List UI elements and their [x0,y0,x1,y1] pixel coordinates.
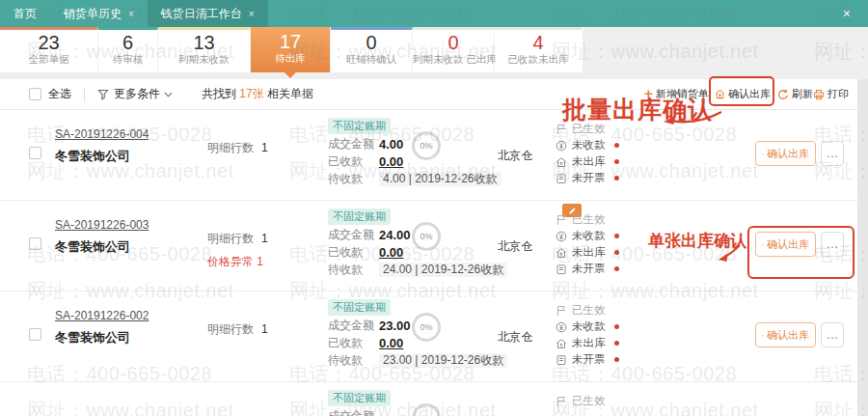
invoice-icon [556,173,567,184]
pending-value: 24.00 | 2019-12-26收款 [379,263,507,277]
amount-value: 4.00 [379,137,403,152]
stat-card-shop-confirm[interactable]: 0 旺铺待确认 [331,27,413,72]
customer-name: 冬雪装饰公司 [55,329,149,347]
detail-block: 明细行数1 价格异常 1 [207,231,268,270]
progress-ring [412,403,441,416]
status-dot [614,159,619,164]
detail-count-label: 明细行数 [207,141,254,154]
stat-card-due-unpaid[interactable]: 13 到期未收款 [158,27,251,72]
stat-card-due-unpaid-shipped[interactable]: 0 到期未收款 已出库 [413,27,495,72]
printer-icon [813,89,825,100]
stat-label: 到期未收款 已出库 [413,53,494,67]
stat-value: 0 [413,32,494,53]
select-all-label[interactable]: 全选 [48,86,71,102]
stat-label: 待审核 [98,53,157,67]
billing-period-tag: 不固定账期 [328,299,391,316]
tab-close-icon[interactable]: × [249,9,255,19]
order-number-link[interactable]: SA-20191226-004 [55,127,149,141]
tab-home[interactable]: 首页 [0,0,50,27]
main-panel: 全选 更多条件 共找到 17张 相关单据 + 新增销货单 确认出库 刷新 [0,79,857,416]
more-conditions-button[interactable]: 更多条件 [114,86,160,102]
pending-value: 23.00 | 2019-12-26收款 [379,353,507,368]
order-number-link[interactable]: SA-20191226-003 [55,218,149,232]
customer-name: 冬雪装饰公司 [55,148,149,165]
more-actions-button[interactable]: … [821,322,844,347]
received-value-link[interactable]: 0.00 [379,154,403,169]
status-label: 未收款 [572,229,606,243]
row-checkbox[interactable] [29,237,41,250]
coin-icon [556,140,567,152]
batch-confirm-outbound-button[interactable]: 确认出库 [715,79,771,109]
refresh-button[interactable]: 刷新 [777,79,813,109]
add-sales-order-button[interactable]: + 新增销货单 [644,79,709,109]
status-label: 未出库 [572,154,606,169]
finance-block: 不固定账期 成交金额 [328,390,391,416]
stats-bar: 23 全部单据 6 待审核 13 到期未收款 17 待出库 0 旺铺待确认 0 … [0,27,583,72]
order-row: SA-20191226-002 冬雪装饰公司 明细行数1 不固定账期 成交金额2… [0,291,857,382]
stat-value: 13 [158,32,250,53]
status-label: 未开票 [572,262,606,276]
print-button[interactable]: 打印 [813,79,849,109]
invoice-icon [556,263,567,275]
coin-icon [556,321,567,333]
confirm-outbound-button[interactable]: 确认出库 [755,232,816,257]
stat-card-all[interactable]: 23 全部单据 [0,27,98,72]
status-list: 已生效 [556,393,606,409]
more-actions-button[interactable]: … [821,141,844,166]
status-dot [614,357,619,362]
progress-value: 0% [420,322,432,332]
stat-card-paid-unshipped[interactable]: 4 已收款未出库 [495,27,582,72]
flag-icon [556,214,567,226]
received-value-link[interactable]: 0.00 [379,245,403,260]
warehouse-name: 北京仓 [480,329,550,346]
tab-daily-workbench[interactable]: 钱货日清工作台 × [148,0,268,27]
chevron-down-icon[interactable] [164,92,173,97]
status-label: 未收款 [572,138,606,153]
order-row: SA-20191226-003 冬雪装饰公司 明细行数1 价格异常 1 不固定账… [0,201,857,291]
status-label: 未出库 [572,245,606,260]
stat-value: 4 [495,32,582,53]
flag-icon [556,124,567,135]
progress-value: 0% [420,141,432,151]
window-close-icon[interactable]: × [843,0,851,27]
status-dot [614,143,619,148]
stat-value: 0 [331,32,412,53]
detail-count-value: 1 [261,141,268,154]
status-dot [614,266,619,271]
amount-label: 成交金额 [328,137,379,152]
progress-ring: 0% [412,313,441,342]
outbound-icon [556,338,567,349]
order-info: SA-20191226-002 冬雪装饰公司 [55,309,149,347]
vertical-scrollbar[interactable] [857,79,868,416]
tab-label: 销货单历史 [64,6,122,22]
filter-icon [97,89,109,100]
status-label: 已生效 [572,303,606,318]
warehouse-icon [762,149,764,159]
received-value-link[interactable]: 0.00 [379,336,403,350]
select-all-checkbox[interactable] [29,88,41,100]
tab-sales-history[interactable]: 销货单历史 × [50,0,148,27]
tab-bar: 首页 销货单历史 × 钱货日清工作台 × × [0,0,868,27]
app-window: 首页 销货单历史 × 钱货日清工作台 × × 23 全部单据 6 待审核 13 … [0,0,868,416]
confirm-outbound-button[interactable]: 确认出库 [755,141,816,166]
pending-label: 待收款 [328,172,379,186]
coin-icon [556,231,567,242]
stat-card-pending-review[interactable]: 6 待审核 [98,27,158,72]
pending-label: 待收款 [328,263,379,277]
status-label: 已生效 [572,394,606,408]
order-number-link[interactable]: SA-20191226-002 [55,309,149,322]
confirm-outbound-button[interactable]: 确认出库 [755,322,816,347]
progress-ring: 0% [412,131,441,160]
detail-count-label: 明细行数 [207,232,254,245]
row-checkbox[interactable] [29,328,41,341]
warehouse-icon [762,239,764,250]
order-info: SA-20191226-003 冬雪装饰公司 [55,218,149,256]
detail-block: 明细行数1 [207,321,268,345]
tab-close-icon[interactable]: × [128,9,134,19]
customer-name: 冬雪装饰公司 [55,238,149,256]
stat-card-pending-outbound-selected[interactable]: 17 待出库 [251,27,331,72]
tab-label: 钱货日清工作台 [161,6,242,22]
more-actions-button[interactable]: … [821,232,844,257]
row-checkbox[interactable] [29,147,41,159]
billing-period-tag: 不固定账期 [328,208,391,225]
